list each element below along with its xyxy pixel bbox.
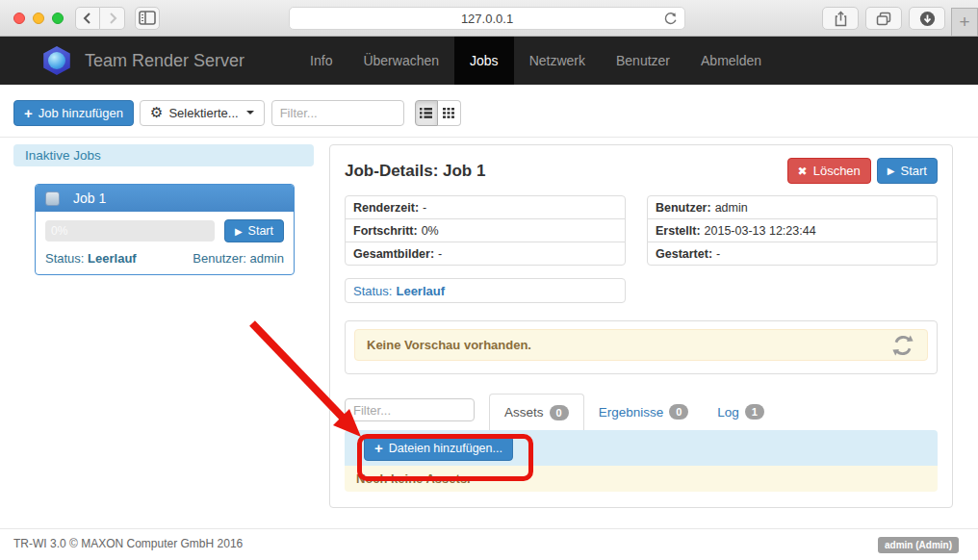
add-files-button[interactable]: + Dateien hinzufügen...: [364, 436, 513, 461]
job-user: Benutzer: admin: [193, 251, 284, 266]
inactive-jobs-header: Inaktive Jobs: [13, 144, 314, 166]
gear-icon: ⚙: [150, 104, 163, 121]
main-column: Job-Details: Job 1 ✖ Löschen ▶ Start: [329, 144, 953, 528]
job-status: Status: Leerlauf: [45, 251, 137, 266]
start-label: Start: [901, 164, 927, 178]
nav-item-netzwerk[interactable]: Netzwerk: [514, 37, 601, 85]
share-icon: [834, 11, 848, 27]
nav-item-abmelden[interactable]: Abmelden: [685, 37, 777, 85]
nav-item-ueberwachen[interactable]: Überwachen: [347, 37, 454, 85]
tab-assets[interactable]: Assets0: [489, 394, 584, 430]
tab-log[interactable]: Log1: [703, 394, 779, 430]
detail-row-fortschritt: Fortschritt:0%: [345, 218, 626, 242]
tab-overview-icon: [876, 12, 891, 26]
new-tab-plus-icon: +: [959, 12, 969, 33]
minimize-window-button[interactable]: [33, 13, 44, 24]
list-view-button[interactable]: [415, 100, 438, 126]
delete-x-icon: ✖: [798, 165, 808, 178]
play-icon: ▶: [235, 226, 243, 237]
team-render-logo-icon: [42, 46, 71, 75]
detail-row-benutzer: Benutzer:admin: [647, 195, 938, 219]
assets-count-badge: 0: [550, 405, 569, 420]
add-files-row: + Dateien hinzufügen...: [345, 430, 938, 466]
log-count-badge: 1: [745, 404, 764, 420]
share-button[interactable]: [822, 7, 859, 30]
app-navbar: Team Render Server Info Überwachen Jobs …: [0, 37, 978, 85]
page-title: Job-Details: Job 1: [345, 162, 485, 181]
job-start-label: Start: [248, 224, 273, 238]
list-view-icon: [420, 108, 432, 118]
add-job-label: Job hinzufügen: [39, 106, 123, 120]
reload-icon[interactable]: [662, 11, 679, 27]
detail-row-gesamtbilder: Gesamtbilder:-: [345, 242, 626, 266]
copyright-text: TR-WI 3.0 © MAXON Computer GmbH 2016: [13, 537, 243, 550]
page: 127.0.0.1 +: [0, 0, 978, 560]
new-tab-button[interactable]: +: [951, 8, 978, 37]
tabs: Assets0 Ergebnisse0 Log1: [489, 394, 779, 430]
address-bar[interactable]: 127.0.0.1: [289, 7, 685, 30]
job-start-button[interactable]: ▶ Start: [224, 219, 284, 242]
job-card-body: 0% ▶ Start Status: Leerlauf Benutzer: ad…: [36, 212, 294, 274]
footer: TR-WI 3.0 © MAXON Computer GmbH 2016: [0, 528, 978, 560]
no-preview-alert: Keine Vorschau vorhanden.: [354, 329, 928, 361]
plus-icon: +: [24, 106, 33, 120]
grid-view-button[interactable]: [438, 100, 461, 126]
sidebar-toggle-button[interactable]: [135, 7, 160, 30]
delete-job-button[interactable]: ✖ Löschen: [787, 158, 871, 184]
job-progress-label: 0%: [51, 224, 67, 238]
tab-overview-button[interactable]: [865, 7, 902, 30]
nav-item-jobs[interactable]: Jobs: [454, 37, 514, 85]
no-assets-message: Noch keine Assets.: [356, 471, 471, 486]
toolbar: + Job hinzufügen ⚙ Selektierte...: [0, 85, 978, 138]
back-icon: [80, 11, 95, 26]
job-select-checkbox[interactable]: [45, 191, 60, 206]
brand-title: Team Render Server: [85, 51, 244, 71]
delete-label: Löschen: [813, 164, 861, 178]
content: Inaktive Jobs Job 1 0% ▶ Start: [0, 138, 978, 528]
detail-row-erstellt: Erstellt:2015-03-13 12:23:44: [647, 218, 938, 242]
forward-button[interactable]: [100, 7, 125, 30]
forward-icon: [105, 11, 120, 26]
tab-ergebnisse[interactable]: Ergebnisse0: [584, 394, 704, 430]
preview-panel: Keine Vorschau vorhanden.: [345, 320, 938, 374]
start-job-button[interactable]: ▶ Start: [877, 158, 938, 184]
details-table-right: Benutzer:admin Erstellt:2015-03-13 12:23…: [647, 195, 938, 266]
jobs-filter-input[interactable]: [271, 100, 404, 126]
add-job-button[interactable]: + Job hinzufügen: [13, 100, 134, 126]
results-count-badge: 0: [669, 404, 688, 420]
play-icon: ▶: [888, 165, 895, 176]
brand[interactable]: Team Render Server: [42, 46, 244, 75]
logged-in-user-badge: admin (Admin): [878, 537, 959, 553]
job-details-tables: Renderzeit:- Fortschritt:0% Gesamtbilder…: [345, 195, 938, 266]
assets-filter-input[interactable]: [345, 398, 475, 421]
sidebar-icon: [139, 11, 156, 25]
caret-down-icon: [246, 111, 254, 115]
view-toggle-group: [415, 100, 461, 126]
downloads-button[interactable]: [909, 7, 945, 30]
nav-items: Info Überwachen Jobs Netzwerk Benutzer A…: [295, 37, 777, 85]
no-assets-alert: Noch keine Assets.: [345, 466, 938, 492]
download-icon: [919, 11, 936, 27]
address-bar-url: 127.0.0.1: [461, 12, 513, 26]
refresh-icon[interactable]: [890, 333, 915, 358]
job-details-panel: Job-Details: Job 1 ✖ Löschen ▶ Start: [329, 144, 953, 508]
job-progress-bar: 0%: [45, 220, 215, 242]
selected-dropdown-button[interactable]: ⚙ Selektierte...: [140, 100, 265, 126]
nav-item-benutzer[interactable]: Benutzer: [601, 37, 685, 85]
job-title: Job 1: [73, 191, 106, 206]
browser-chrome: 127.0.0.1 +: [0, 0, 978, 37]
add-files-label: Dateien hinzufügen...: [389, 442, 502, 455]
nav-item-info[interactable]: Info: [295, 37, 347, 85]
job-card[interactable]: Job 1 0% ▶ Start Status: Leerlauf: [35, 184, 295, 275]
job-list-sidebar: Inaktive Jobs Job 1 0% ▶ Start: [0, 138, 329, 528]
close-window-button[interactable]: [13, 13, 25, 24]
assets-tabs-row: Assets0 Ergebnisse0 Log1: [345, 394, 938, 430]
selected-label: Selektierte...: [168, 106, 238, 120]
zoom-window-button[interactable]: [52, 13, 64, 24]
detail-row-renderzeit: Renderzeit:-: [345, 195, 626, 219]
no-preview-message: Keine Vorschau vorhanden.: [367, 338, 531, 352]
plus-icon: +: [374, 441, 383, 455]
back-button[interactable]: [75, 7, 100, 30]
job-card-header[interactable]: Job 1: [36, 185, 294, 212]
detail-row-gestartet: Gestartet:-: [647, 242, 938, 266]
